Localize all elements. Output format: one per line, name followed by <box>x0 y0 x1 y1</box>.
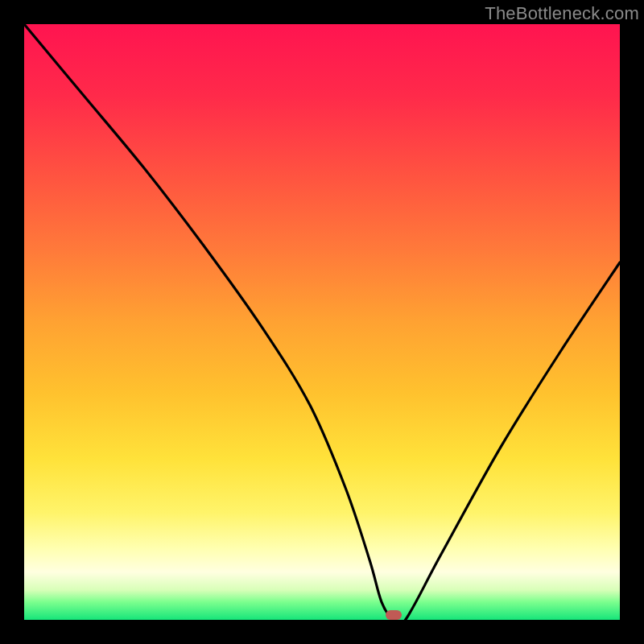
chart-frame: TheBottleneck.com <box>0 0 644 644</box>
plot-area <box>24 24 620 620</box>
bottleneck-marker <box>386 610 402 620</box>
bottleneck-curve <box>24 24 620 620</box>
watermark-text: TheBottleneck.com <box>485 3 639 24</box>
